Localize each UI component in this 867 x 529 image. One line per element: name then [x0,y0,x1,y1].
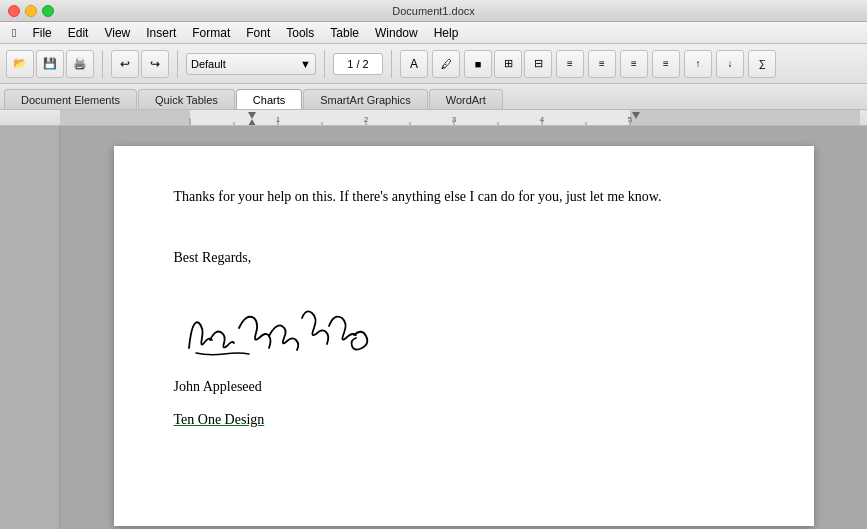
tab-document-elements[interactable]: Document Elements [4,89,137,109]
company-name: Ten One Design [174,412,265,427]
toolbar-sep-4 [391,50,392,78]
page-indicator: 1 / 2 [333,53,383,75]
table-insert-icon: ⊟ [534,57,543,70]
align-left-icon: ≡ [567,58,573,69]
justify-button[interactable]: ≡ [652,50,680,78]
name-text[interactable]: John Appleseed [174,376,754,397]
sum-icon: ∑ [758,58,765,69]
toolbar-sep-3 [324,50,325,78]
document-page[interactable]: Thanks for your help on this. If there's… [114,146,814,526]
toolbar-file-group: 📂 💾 🖨️ [6,50,94,78]
justify-icon: ≡ [663,58,669,69]
menu-insert[interactable]: Insert [138,24,184,42]
minimize-button[interactable] [25,5,37,17]
tab-document-elements-label: Document Elements [21,94,120,106]
sort-asc-icon: ↑ [696,58,701,69]
ribbon-tabs: Document Elements Quick Tables Charts Sm… [0,84,867,110]
page-container[interactable]: Thanks for your help on this. If there's… [60,126,867,529]
sort-desc-icon: ↓ [728,58,733,69]
sort-desc-button[interactable]: ↓ [716,50,744,78]
sum-button[interactable]: ∑ [748,50,776,78]
align-right-button[interactable]: ≡ [620,50,648,78]
style-arrow: ▼ [300,58,311,70]
color-button[interactable]: A [400,50,428,78]
toolbar-edit-group: ↩ ↪ [111,50,169,78]
toolbar: 📂 💾 🖨️ ↩ ↪ Default ▼ 1 / 2 A 🖊 ■ [0,44,867,84]
toolbar-format-group: ■ ⊞ ⊟ [464,50,552,78]
paragraph-thanks[interactable]: Thanks for your help on this. If there's… [174,186,754,207]
align-center-button[interactable]: ≡ [588,50,616,78]
menu-table[interactable]: Table [322,24,367,42]
svg-rect-0 [60,110,190,126]
sort-asc-button[interactable]: ↑ [684,50,712,78]
window-title: Document1.docx [392,5,475,17]
greeting-text[interactable]: Best Regards, [174,247,754,268]
maximize-button[interactable] [42,5,54,17]
print-icon: 🖨️ [73,57,87,70]
menu-window[interactable]: Window [367,24,426,42]
undo-icon: ↩ [120,57,130,71]
save-button[interactable]: 💾 [36,50,64,78]
menu-help[interactable]: Help [426,24,467,42]
tab-smartart-label: SmartArt Graphics [320,94,410,106]
menu-font[interactable]: Font [238,24,278,42]
menu-file[interactable]: File [24,24,59,42]
highlight-icon: 🖊 [441,58,452,70]
tab-wordart-label: WordArt [446,94,486,106]
border-button[interactable]: ⊞ [494,50,522,78]
close-button[interactable] [8,5,20,17]
align-center-icon: ≡ [599,58,605,69]
window-controls[interactable] [8,5,54,17]
print-button[interactable]: 🖨️ [66,50,94,78]
undo-button[interactable]: ↩ [111,50,139,78]
tab-charts[interactable]: Charts [236,89,302,109]
redo-button[interactable]: ↪ [141,50,169,78]
color-icon: A [410,57,418,71]
align-left-button[interactable]: ≡ [556,50,584,78]
tab-quick-tables-label: Quick Tables [155,94,218,106]
open-button[interactable]: 📂 [6,50,34,78]
signature-area [174,298,754,368]
border-icon: ⊞ [504,57,513,70]
text-color-icon: ■ [475,58,482,70]
toolbar-sep-1 [102,50,103,78]
menu-apple[interactable]:  [4,24,24,42]
signature-svg [174,298,374,368]
style-label: Default [191,58,226,70]
align-right-icon: ≡ [631,58,637,69]
highlight-button[interactable]: 🖊 [432,50,460,78]
redo-icon: ↪ [150,57,160,71]
menu-tools[interactable]: Tools [278,24,322,42]
svg-rect-1 [630,110,860,126]
style-dropdown[interactable]: Default ▼ [186,53,316,75]
tab-charts-label: Charts [253,94,285,106]
ruler: 1 2 3 4 5 [0,110,867,126]
ruler-svg: 1 2 3 4 5 [60,110,860,126]
text-color-picker[interactable]: ■ [464,50,492,78]
menu-view[interactable]: View [96,24,138,42]
tab-smartart[interactable]: SmartArt Graphics [303,89,427,109]
tab-quick-tables[interactable]: Quick Tables [138,89,235,109]
menu-edit[interactable]: Edit [60,24,97,42]
toolbar-sep-2 [177,50,178,78]
title-bar: Document1.docx [0,0,867,22]
document-area: Thanks for your help on this. If there's… [0,126,867,529]
page-num-text: 1 / 2 [347,58,368,70]
company-text[interactable]: Ten One Design [174,409,754,430]
table-insert-button[interactable]: ⊟ [524,50,552,78]
menu-bar:  File Edit View Insert Format Font Tool… [0,22,867,44]
open-icon: 📂 [13,57,27,70]
tab-wordart[interactable]: WordArt [429,89,503,109]
save-icon: 💾 [43,57,57,70]
sidebar [0,126,60,529]
ruler-marks: 1 2 3 4 5 [60,110,867,125]
menu-format[interactable]: Format [184,24,238,42]
